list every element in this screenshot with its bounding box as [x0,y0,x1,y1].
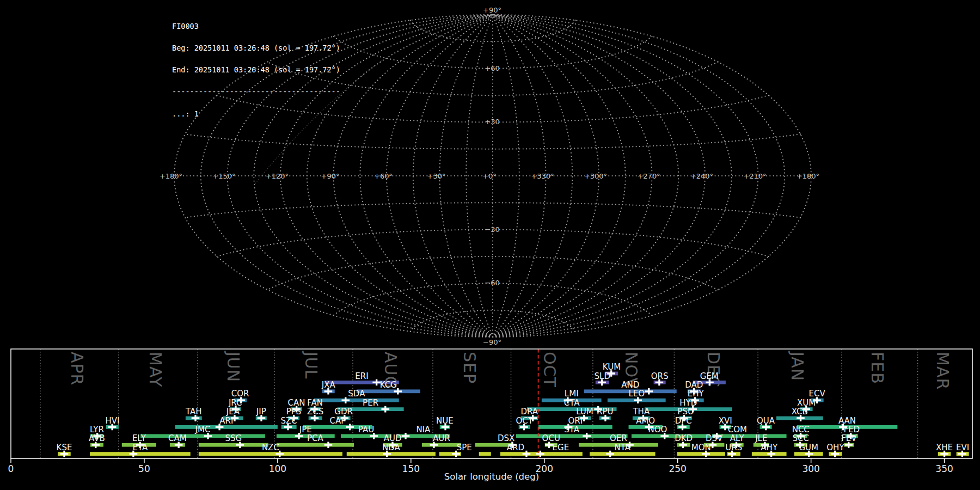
shower-label-TAH: TAH [185,407,202,416]
shower-label-OHY: OHY [826,443,844,452]
shower-bar-NZC [199,452,342,456]
observation-info: FI0003 Beg: 20251011 03:26:48 (sol = 197… [172,8,340,132]
shower-label-DSV: DSV [706,433,723,443]
shower-label-PAU: PAU [358,425,374,434]
month-label: SEP [460,352,479,384]
shower-label-ETA: ETA [132,443,148,452]
peak-marker-EGE [536,451,544,457]
shower-label-KCG: KCG [380,380,397,390]
shower-label-CAP: CAP [329,416,346,426]
shower-bar-AUR [422,443,461,447]
sky-latitude-label: +30 [485,118,499,126]
x-tick-label: 100 [269,463,286,474]
shower-label-XUM: XUM [797,398,816,408]
shower-label-HYD: HYD [679,398,697,408]
shower-label-PER: PER [363,398,378,408]
shower-label-ORI: ORI [568,416,583,426]
sky-latitude-label: −60 [485,279,499,287]
shower-label-ERI: ERI [355,371,368,381]
shower-label-NCC: NCC [792,425,810,434]
shower-label-HVI: HVI [105,416,119,426]
begin-time: Beg: 20251011 03:26:48 (sol = 197.72°) [172,45,340,52]
shower-label-DPC: DPC [675,416,692,426]
shower-label-JPE: JPE [299,425,312,434]
meteor-count: ...: 1 [172,111,340,118]
shower-label-AMO: AMO [636,416,655,426]
shower-label-DSX: DSX [498,433,514,443]
x-tick-label: 300 [802,463,819,474]
x-tick-label: 350 [935,463,953,474]
sky-grid-meridian [413,15,493,337]
shower-label-DAD: DAD [685,380,703,390]
sky-longitude-label: +300° [584,172,607,180]
shower-label-DKD: DKD [675,433,693,443]
shower-bar-EGE [539,452,583,456]
shower-bar-ARD-segment [479,452,491,456]
shower-label-COR: COR [231,389,249,399]
shower-label-AUD: AUD [384,433,402,443]
shower-label-OCU: OCU [542,433,560,443]
shower-label-NZC: NZC [262,443,279,452]
peak-marker-ERI [372,379,381,386]
shower-label-JEA: JEA [226,407,240,416]
shower-label-PCA: PCA [307,433,324,443]
shower-bar-MON [677,452,725,456]
shower-label-LEO: LEO [628,389,645,399]
shower-label-NOO: NOO [648,425,667,434]
shower-label-JMC: JMC [195,425,211,434]
shower-label-XHE: XHE [936,443,953,452]
x-tick-label: 150 [402,463,420,474]
shower-label-ZCS: ZCS [307,407,323,416]
shower-label-CAN: CAN [287,398,305,408]
shower-label-URS: URS [725,443,742,452]
shower-label-JLE: JLE [755,433,767,443]
shower-label-AAN: AAN [838,416,856,426]
month-label: FEB [868,352,887,384]
shower-label-AND: AND [621,380,639,390]
peak-marker-CAP [346,424,354,431]
shower-label-OCT: OCT [516,416,534,426]
peak-marker-NTA [606,451,614,457]
shower-bar-COM [712,434,787,438]
shower-label-AUR: AUR [433,433,450,443]
shower-label-KUM: KUM [603,362,621,372]
shower-label-XCB: XCB [792,407,808,416]
sky-latitude-label: −30 [485,225,499,234]
shower-label-DRA: DRA [520,407,538,416]
shower-label-SDA: SDA [348,389,365,399]
sky-latitude-label: −90° [483,338,501,346]
shower-label-THA: THA [632,407,650,416]
shower-label-FAN: FAN [307,398,323,408]
sky-longitude-label: +0° [482,172,497,180]
shower-label-STA: STA [564,425,580,434]
x-tick-label: 50 [138,463,150,474]
shower-label-ARD: ARD [507,443,524,452]
shower-label-FED: FED [844,425,860,434]
month-label: OCT [540,352,559,388]
sky-longitude-label: +180° [160,172,182,180]
sky-latitude-label: +90° [483,6,501,14]
shower-label-NTA: NTA [615,443,631,452]
shower-label-GEM: GEM [700,371,719,381]
shower-label-JIP: JIP [256,407,266,416]
shower-label-LMI: LMI [565,389,579,399]
end-time: End: 20251011 03:26:48 (sol = 197.72°) [172,66,340,74]
shower-bar-JMC [140,434,265,438]
shower-label-XVI: XVI [719,416,732,426]
x-tick-label: 250 [669,463,686,474]
shower-bar-SDA [314,399,399,402]
month-label: APR [68,352,87,385]
shower-label-LYR: LYR [90,425,104,434]
month-label: MAY [146,352,165,387]
separator-line: -------------------------------------- [172,88,340,95]
shower-label-NDA: NDA [382,443,401,452]
shower-label-ORS: ORS [651,371,669,381]
shower-label-NIA: NIA [416,425,431,434]
shower-label-CAM: CAM [168,433,187,443]
shower-label-JXA: JXA [321,380,336,390]
shower-label-SCC: SCC [793,433,809,443]
sky-longitude-label: +270° [637,172,660,180]
shower-label-SLD: SLD [595,371,610,381]
shower-bar-ARI [175,425,278,429]
shower-label-CTA: CTA [564,398,580,408]
